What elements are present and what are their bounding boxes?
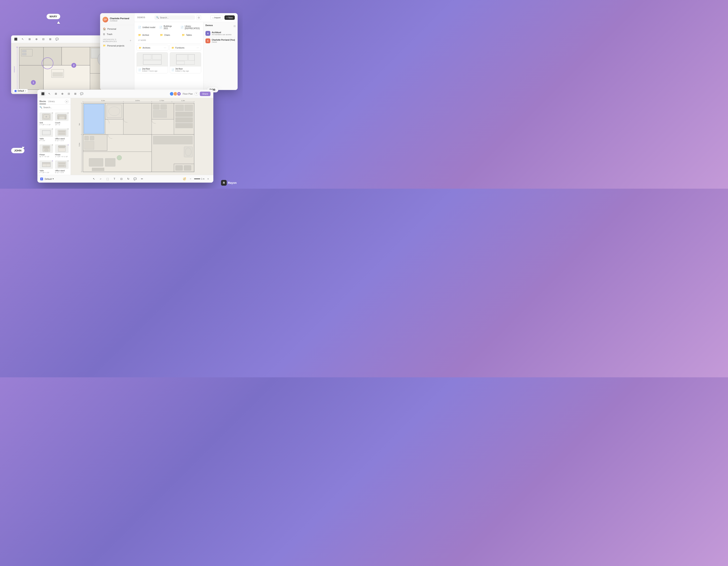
svg-rect-105 [176, 165, 183, 170]
user-info: Charlotte Perriand Archikool [110, 17, 129, 22]
zoom-plus-tool[interactable]: + [206, 177, 211, 181]
svg-text:1: 1 [33, 81, 34, 84]
personal-projects-label: Personal projects [107, 44, 124, 47]
back-layer-control[interactable]: Default ▾ [13, 89, 28, 93]
header-actions: ↓ Import + New [210, 15, 235, 20]
new-btn[interactable]: + New [224, 15, 235, 20]
svg-rect-85 [176, 105, 184, 111]
text-tool[interactable]: T [112, 177, 117, 181]
block-office-stand2[interactable]: 0 Office stand 5' 11" × 2' 6" [54, 159, 69, 175]
scale-bar: 1 m [194, 178, 204, 180]
files-list: 📄 Untitled model 📄 Buildings 2021 📄 Libr… [134, 22, 203, 90]
recent-file-1[interactable]: 📄 Buildings 2021 [158, 24, 178, 31]
comment-tool[interactable]: 💬 [133, 177, 138, 181]
office-stand2-thumb [55, 160, 69, 169]
folder-name-1: Chairs [164, 34, 170, 36]
layer-label: Default [45, 178, 52, 180]
rotate-tool[interactable]: ↻ [126, 177, 131, 181]
layer-select[interactable]: Default ▾ [45, 178, 54, 180]
area-tool[interactable]: ⊡ [119, 177, 124, 181]
blocks-search-input[interactable] [43, 106, 71, 109]
sidebar-nav-trash[interactable]: 🗑 Trash [100, 32, 134, 37]
svg-rect-31 [176, 61, 184, 65]
user-name: Charlotte Perriand [110, 17, 129, 20]
import-btn[interactable]: ↓ Import [210, 15, 223, 20]
measure-tool[interactable]: ⌐ [98, 177, 103, 181]
select-tool[interactable]: ↖ [47, 91, 52, 96]
back-group-btn[interactable]: ⊞ [27, 37, 32, 42]
file-browser-window: CP Charlotte Perriand Archikool 🏠 Person… [100, 13, 238, 90]
filter-btn[interactable]: ⊟ [197, 15, 201, 20]
grid-tool[interactable]: ⊞ [73, 91, 78, 96]
recent-file-0[interactable]: 📄 Untitled model [137, 24, 157, 31]
archives-item-0[interactable]: 📁 Archives ⋯ [137, 45, 168, 51]
file-name-0: Untitled model [142, 26, 155, 29]
block-flintan2[interactable]: 4 Flintan 1' 7.25" × 5' 1' 10" [54, 143, 69, 159]
ws-avatar-1: C [205, 38, 210, 43]
block-office-stand1[interactable]: 0 Office stand 5' 11" × 2' 6" [54, 127, 69, 143]
back-chat-btn[interactable]: 💬 [54, 37, 60, 42]
search-input[interactable] [160, 16, 193, 19]
block-flintan1[interactable]: 0 Flintan 31' 7" × 5' 15" [39, 143, 54, 159]
office-stand1-name: Office stand [55, 138, 69, 140]
main-canvas[interactable]: 9.2m 3.67m 1.72m 1.2m 3m 5.2m [71, 98, 213, 175]
sidebar-nav-personal[interactable]: 🏠 Personal [100, 26, 134, 32]
floor-card-1[interactable]: 📄 3rd floor Edited 1 day ago [170, 52, 201, 73]
block-sink[interactable]: 0 Sink 1' 7.25" × 1' 10" [39, 111, 54, 127]
archives-item-1[interactable]: 📁 Furnitures ⋯ [169, 45, 201, 51]
table1-dims: 4' × 1'5" [39, 140, 53, 142]
svg-rect-82 [161, 105, 167, 109]
recent-file-2[interactable]: 📄 Library [DEPRECATED] [179, 24, 201, 31]
back-logo-btn[interactable]: ⬛ [13, 37, 18, 42]
floor-card-0[interactable]: 📄 2nd floor Edited 7 hours ago [137, 52, 168, 73]
compass-tool[interactable]: 🧭 [182, 177, 187, 181]
layers-tool[interactable]: ⊟ [66, 91, 71, 96]
share-btn[interactable]: Share [200, 92, 211, 96]
blocks-sidebar: Blocks Library + 🔍 0 [37, 98, 71, 175]
svg-rect-87 [176, 112, 193, 117]
folder-chairs[interactable]: 📁 Chairs [158, 33, 179, 37]
folder-more[interactable]: 17 MORE [137, 38, 158, 42]
blocks-search[interactable]: 🔍 [37, 105, 71, 110]
folder-archive[interactable]: 📁 Archive [137, 33, 158, 37]
flintan2-dims: 1' 7.25" × 5' 1' 10" [55, 156, 69, 158]
folder-tables[interactable]: 📁 Tables [180, 33, 201, 37]
block-table1[interactable]: 0 Table 4' × 1'5" [39, 127, 54, 143]
svg-text:measure: measure [13, 66, 15, 73]
search-bar[interactable]: 🔍 [154, 15, 195, 20]
pen-tool[interactable]: ✏ [140, 177, 144, 181]
layer-color-badge: ■ [40, 178, 43, 180]
back-grid-btn[interactable]: ⊞ [48, 37, 53, 42]
blocks-tab[interactable]: Blocks [39, 100, 46, 104]
floor-card-info-1: 📄 3rd floor Edited 1 day ago [170, 67, 201, 73]
folder-name-2: Tables [186, 34, 192, 36]
logo-btn[interactable]: ⬛ [40, 91, 45, 96]
layer-dropdown-icon: ▾ [53, 178, 54, 180]
back-move-btn[interactable]: ⊕ [34, 37, 39, 42]
panel-menu-btn[interactable]: ⊟ [234, 25, 236, 28]
archive-more-1: ⋯ [197, 46, 199, 49]
move-tool[interactable]: ⊕ [60, 91, 65, 96]
help-btn[interactable]: ? [195, 92, 198, 96]
file-icon-0: 📄 [138, 26, 141, 29]
back-select-btn[interactable]: ↖ [20, 37, 25, 42]
block-table2[interactable]: 3 Table 4' 7.25" × 1'5" [39, 159, 54, 175]
sidebar-personal-projects[interactable]: 📁 Personal projects [100, 43, 134, 48]
back-layers-btn[interactable]: ⊟ [41, 37, 46, 42]
shape-tool[interactable]: ⬚ [105, 177, 110, 181]
workspaces-add-btn[interactable]: + [130, 39, 131, 42]
mary-cursor-label: MARY [47, 14, 60, 19]
zoom-minus-tool[interactable]: − [188, 177, 193, 181]
group-tool[interactable]: ⊞ [53, 91, 58, 96]
block-couch[interactable]: 0 Couch 14' × 2' [54, 111, 69, 127]
user-avatar-initials: CP [104, 19, 107, 21]
blocks-add-btn[interactable]: + [65, 100, 69, 103]
svg-rect-79 [123, 103, 152, 134]
cursor-tool[interactable]: ↖ [91, 177, 96, 181]
floor-card-name-1: 3rd floor [175, 68, 189, 70]
svg-rect-106 [184, 165, 191, 170]
library-tab[interactable]: Library [48, 100, 55, 104]
scale-bar-label: 1 m [201, 178, 204, 180]
svg-rect-25 [143, 54, 151, 59]
chat-tool[interactable]: 💬 [79, 91, 84, 96]
